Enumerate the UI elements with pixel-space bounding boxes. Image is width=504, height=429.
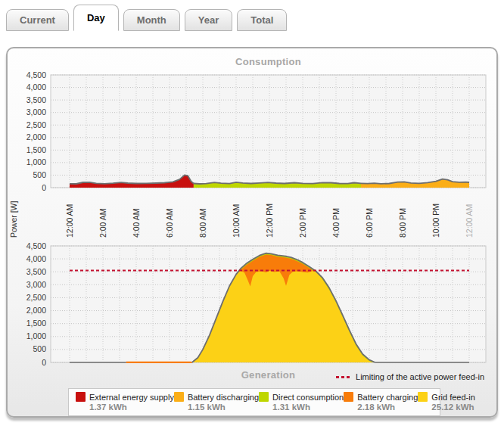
svg-text:2:00 PM: 2:00 PM	[298, 208, 307, 238]
legend-label: External energy supply	[89, 393, 174, 402]
svg-text:10:00 AM: 10:00 AM	[232, 204, 241, 238]
svg-text:4,000: 4,000	[26, 254, 46, 263]
svg-text:1,500: 1,500	[26, 319, 46, 328]
svg-text:1,000: 1,000	[26, 331, 46, 340]
legend-value: 2.18 kWh	[357, 403, 418, 412]
tab-month[interactable]: Month	[123, 9, 180, 31]
legend-label: Battery discharging	[188, 393, 259, 402]
tab-bar: Current Day Month Year Total	[6, 4, 287, 31]
battery-charging-swatch-icon	[344, 392, 353, 402]
svg-text:2,000: 2,000	[26, 306, 46, 315]
legend-item-battery-discharging: Battery discharging 1.15 kWh	[174, 392, 259, 412]
svg-text:2,500: 2,500	[26, 293, 46, 302]
legend-value: 25.12 kWh	[431, 403, 474, 412]
y-axis-title: Power [W]	[9, 201, 18, 238]
legend-item-battery-charging: Battery charging 2.18 kWh	[344, 392, 418, 412]
svg-text:1,000: 1,000	[26, 157, 46, 166]
svg-text:0: 0	[42, 358, 46, 367]
svg-text:1,500: 1,500	[26, 145, 46, 154]
svg-text:6:00 PM: 6:00 PM	[365, 208, 374, 238]
legend-item-external-energy-supply: External energy supply 1.37 kWh	[76, 392, 174, 412]
svg-text:500: 500	[33, 170, 46, 179]
grid-feed-in-swatch-icon	[418, 392, 428, 402]
tab-total[interactable]: Total	[237, 9, 287, 31]
svg-text:3,500: 3,500	[26, 95, 46, 104]
svg-text:12:00 PM: 12:00 PM	[265, 204, 274, 238]
legend-value: 1.37 kWh	[89, 403, 174, 412]
consumption-chart: 05001,0001,5002,0002,5003,0003,5004,0004…	[26, 70, 486, 192]
svg-text:0: 0	[42, 183, 46, 192]
legend-item-grid-feed-in: Grid feed-in 25.12 kWh	[418, 392, 474, 412]
direct-consumption-swatch-icon	[259, 392, 269, 402]
tab-year[interactable]: Year	[185, 9, 232, 31]
limit-legend-label: Limiting of the active power feed-in	[356, 372, 484, 381]
charts-canvas: 05001,0001,5002,0002,5003,0003,5004,0004…	[8, 48, 496, 416]
svg-text:3,000: 3,000	[26, 107, 46, 117]
svg-text:4,500: 4,500	[26, 241, 46, 250]
chart-legend: External energy supply 1.37 kWh Battery …	[68, 388, 440, 416]
svg-text:2,000: 2,000	[26, 132, 46, 141]
svg-text:3,500: 3,500	[26, 267, 46, 276]
chart-panel: Consumption 05001,0001,5002,0002,5003,00…	[6, 47, 498, 418]
svg-text:12:00 AM: 12:00 AM	[65, 204, 74, 238]
limit-dash-icon	[336, 376, 351, 378]
legend-value: 1.31 kWh	[272, 403, 344, 412]
svg-text:500: 500	[33, 344, 46, 353]
generation-chart: 05001,0001,5002,0002,5003,0003,5004,0004…	[26, 241, 486, 367]
limit-legend: Limiting of the active power feed-in	[336, 372, 484, 381]
x-axis-labels: 12:00 AM2:00 AM4:00 AM6:00 AM8:00 AM10:0…	[65, 204, 474, 238]
legend-label: Direct consumption	[272, 393, 344, 402]
svg-text:4,000: 4,000	[26, 82, 46, 92]
svg-text:2:00 AM: 2:00 AM	[98, 208, 107, 238]
external-energy-supply-swatch-icon	[76, 392, 86, 402]
battery-discharging-swatch-icon	[174, 392, 184, 402]
svg-text:4,500: 4,500	[26, 70, 46, 79]
svg-text:10:00 PM: 10:00 PM	[431, 204, 440, 238]
svg-text:3,000: 3,000	[26, 280, 46, 289]
tab-day[interactable]: Day	[73, 5, 119, 31]
legend-label: Grid feed-in	[431, 393, 474, 402]
svg-text:8:00 AM: 8:00 AM	[198, 208, 207, 238]
svg-text:12:00 AM: 12:00 AM	[465, 204, 474, 238]
legend-item-direct-consumption: Direct consumption 1.31 kWh	[259, 392, 344, 412]
svg-text:2,500: 2,500	[26, 120, 46, 129]
svg-text:4:00 PM: 4:00 PM	[331, 208, 341, 238]
svg-text:4:00 AM: 4:00 AM	[132, 208, 141, 238]
legend-value: 1.15 kWh	[188, 403, 259, 412]
svg-text:6:00 AM: 6:00 AM	[165, 208, 174, 238]
svg-text:8:00 PM: 8:00 PM	[398, 208, 407, 238]
tab-current[interactable]: Current	[6, 9, 69, 31]
legend-label: Battery charging	[357, 393, 418, 402]
